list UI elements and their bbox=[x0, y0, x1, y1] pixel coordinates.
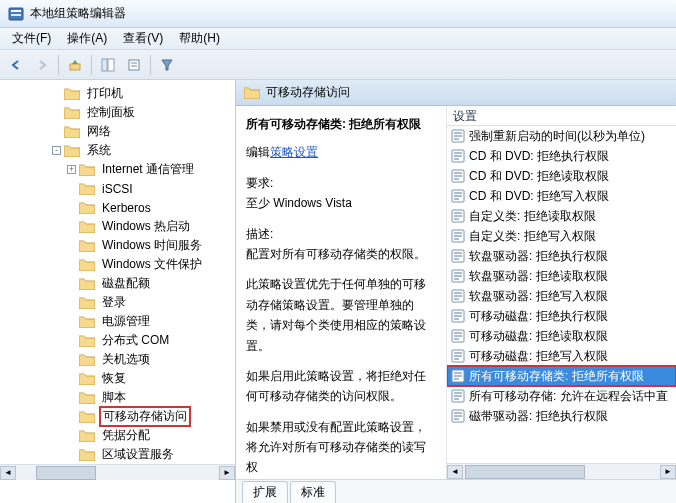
titlebar: 本地组策略编辑器 bbox=[0, 0, 676, 28]
desc-line: 如果启用此策略设置，将拒绝对任何可移动存储类的访问权限。 bbox=[246, 366, 436, 407]
properties-icon bbox=[127, 58, 141, 72]
setting-label: 可移动磁盘: 拒绝执行权限 bbox=[469, 308, 608, 325]
folder-icon bbox=[79, 353, 99, 366]
tree-label: 登录 bbox=[99, 293, 129, 312]
tree-label: 系统 bbox=[84, 141, 114, 160]
scroll-thumb[interactable] bbox=[465, 465, 585, 479]
scroll-right-icon[interactable]: ► bbox=[219, 466, 235, 480]
setting-item[interactable]: 可移动磁盘: 拒绝读取权限 bbox=[447, 326, 676, 346]
tree-item[interactable]: Windows 时间服务 bbox=[0, 236, 235, 255]
app-icon bbox=[8, 6, 24, 22]
setting-item[interactable]: CD 和 DVD: 拒绝执行权限 bbox=[447, 146, 676, 166]
tree-label: 凭据分配 bbox=[99, 426, 153, 445]
settings-header[interactable]: 设置 bbox=[447, 106, 676, 126]
setting-item[interactable]: 可移动磁盘: 拒绝写入权限 bbox=[447, 346, 676, 366]
tree-item[interactable]: 关机选项 bbox=[0, 350, 235, 369]
policy-icon bbox=[451, 209, 469, 223]
policy-detail: 所有可移动存储类: 拒绝所有权限 编辑策略设置 要求: 至少 Windows V… bbox=[236, 106, 446, 479]
scroll-left-icon[interactable]: ◄ bbox=[447, 465, 463, 479]
setting-item[interactable]: 自定义类: 拒绝写入权限 bbox=[447, 226, 676, 246]
policy-icon bbox=[451, 389, 469, 403]
tree-item[interactable]: 可移动存储访问 bbox=[0, 407, 235, 426]
setting-label: 软盘驱动器: 拒绝写入权限 bbox=[469, 288, 608, 305]
tree-item[interactable]: 电源管理 bbox=[0, 312, 235, 331]
setting-item[interactable]: 所有可移动存储: 允许在远程会话中直 bbox=[447, 386, 676, 406]
funnel-icon bbox=[160, 58, 174, 72]
properties-button[interactable] bbox=[122, 53, 146, 77]
svg-rect-1 bbox=[11, 10, 21, 12]
tree-item[interactable]: iSCSI bbox=[0, 179, 235, 198]
tree-item[interactable]: Kerberos bbox=[0, 198, 235, 217]
scroll-right-icon[interactable]: ► bbox=[660, 465, 676, 479]
tree-label: iSCSI bbox=[99, 181, 136, 197]
setting-item[interactable]: 软盘驱动器: 拒绝执行权限 bbox=[447, 246, 676, 266]
svg-rect-3 bbox=[70, 64, 80, 70]
policy-icon bbox=[451, 309, 469, 323]
tree-item[interactable]: +Internet 通信管理 bbox=[0, 160, 235, 179]
tree-label: 打印机 bbox=[84, 84, 126, 103]
folder-icon bbox=[79, 410, 99, 423]
tree-item[interactable]: 登录 bbox=[0, 293, 235, 312]
menu-view[interactable]: 查看(V) bbox=[115, 28, 171, 49]
setting-item[interactable]: 磁带驱动器: 拒绝执行权限 bbox=[447, 406, 676, 426]
setting-item[interactable]: 自定义类: 拒绝读取权限 bbox=[447, 206, 676, 226]
scroll-left-icon[interactable]: ◄ bbox=[0, 466, 16, 480]
filter-button[interactable] bbox=[155, 53, 179, 77]
back-arrow-icon bbox=[9, 58, 23, 72]
settings-list[interactable]: 强制重新启动的时间(以秒为单位)CD 和 DVD: 拒绝执行权限CD 和 DVD… bbox=[447, 126, 676, 463]
scroll-thumb[interactable] bbox=[36, 466, 96, 480]
tree-item[interactable]: 凭据分配 bbox=[0, 426, 235, 445]
tree-twister[interactable]: + bbox=[64, 165, 79, 174]
folder-icon bbox=[79, 258, 99, 271]
tree-item[interactable]: 网络 bbox=[0, 122, 235, 141]
forward-button[interactable] bbox=[30, 53, 54, 77]
show-hide-tree-button[interactable] bbox=[96, 53, 120, 77]
setting-item[interactable]: 可移动磁盘: 拒绝执行权限 bbox=[447, 306, 676, 326]
tree-item[interactable]: Windows 文件保护 bbox=[0, 255, 235, 274]
settings-hscroll[interactable]: ◄ ► bbox=[447, 463, 676, 479]
svg-rect-4 bbox=[102, 59, 107, 71]
setting-item[interactable]: CD 和 DVD: 拒绝写入权限 bbox=[447, 186, 676, 206]
desc-label: 描述: bbox=[246, 224, 436, 244]
tree-label: Windows 时间服务 bbox=[99, 236, 205, 255]
up-button[interactable] bbox=[63, 53, 87, 77]
tree-item[interactable]: 分布式 COM bbox=[0, 331, 235, 350]
setting-item[interactable]: 软盘驱动器: 拒绝读取权限 bbox=[447, 266, 676, 286]
folder-icon bbox=[79, 182, 99, 195]
tree-item[interactable]: 打印机 bbox=[0, 84, 235, 103]
setting-item[interactable]: 所有可移动存储类: 拒绝所有权限 bbox=[447, 366, 676, 386]
menubar: 文件(F) 操作(A) 查看(V) 帮助(H) bbox=[0, 28, 676, 50]
menu-action[interactable]: 操作(A) bbox=[59, 28, 115, 49]
desc-line: 此策略设置优先于任何单独的可移动存储策略设置。要管理单独的类，请对每个类使用相应… bbox=[246, 274, 436, 356]
tree-twister[interactable]: - bbox=[49, 146, 64, 155]
tree-label: 关机选项 bbox=[99, 350, 153, 369]
policy-icon bbox=[451, 329, 469, 343]
tree-item[interactable]: 脚本 bbox=[0, 388, 235, 407]
tree-item[interactable]: Windows 热启动 bbox=[0, 217, 235, 236]
setting-item[interactable]: CD 和 DVD: 拒绝读取权限 bbox=[447, 166, 676, 186]
menu-file[interactable]: 文件(F) bbox=[4, 28, 59, 49]
policy-icon bbox=[451, 269, 469, 283]
policy-icon bbox=[451, 249, 469, 263]
tree-item[interactable]: -系统 bbox=[0, 141, 235, 160]
folder-icon bbox=[79, 163, 99, 176]
tree-item[interactable]: 区域设置服务 bbox=[0, 445, 235, 464]
folder-icon bbox=[79, 429, 99, 442]
menu-help[interactable]: 帮助(H) bbox=[171, 28, 228, 49]
tab-extended[interactable]: 扩展 bbox=[242, 481, 288, 503]
tab-standard[interactable]: 标准 bbox=[290, 481, 336, 503]
back-button[interactable] bbox=[4, 53, 28, 77]
edit-policy-link[interactable]: 策略设置 bbox=[270, 145, 318, 159]
tree-item[interactable]: 控制面板 bbox=[0, 103, 235, 122]
tree-item[interactable]: 磁盘配额 bbox=[0, 274, 235, 293]
folder-icon bbox=[79, 391, 99, 404]
edit-row: 编辑策略设置 bbox=[246, 142, 436, 162]
setting-item[interactable]: 强制重新启动的时间(以秒为单位) bbox=[447, 126, 676, 146]
req-label: 要求: bbox=[246, 173, 436, 193]
tree-item[interactable]: 恢复 bbox=[0, 369, 235, 388]
setting-item[interactable]: 软盘驱动器: 拒绝写入权限 bbox=[447, 286, 676, 306]
tree-hscroll[interactable]: ◄ ► bbox=[0, 464, 235, 480]
tree-panel[interactable]: 打印机控制面板网络-系统+Internet 通信管理iSCSIKerberosW… bbox=[0, 80, 236, 503]
setting-label: 软盘驱动器: 拒绝执行权限 bbox=[469, 248, 608, 265]
setting-label: 可移动磁盘: 拒绝写入权限 bbox=[469, 348, 608, 365]
